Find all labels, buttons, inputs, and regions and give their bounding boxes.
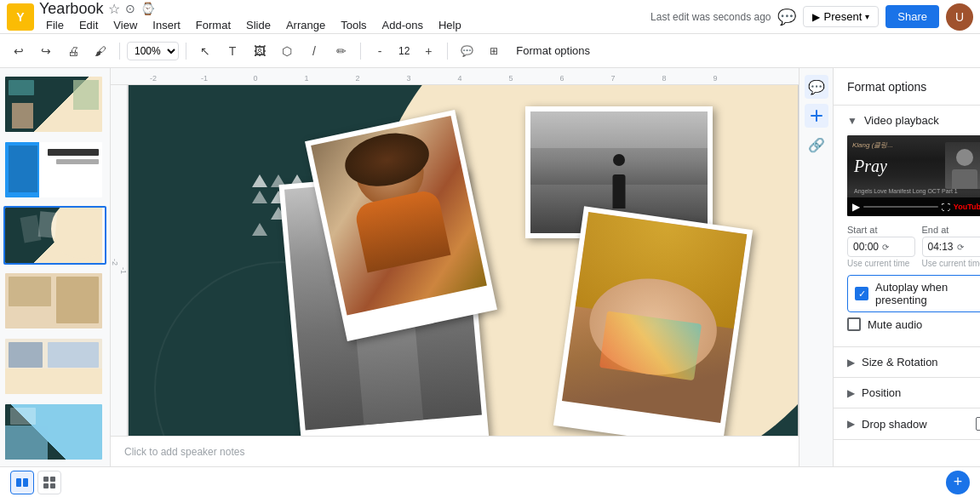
speaker-notes[interactable]: Click to add speaker notes <box>111 436 799 466</box>
ruler-mark: 0 <box>230 74 281 83</box>
redo-button[interactable]: ↪ <box>34 39 58 63</box>
autoplay-checkbox[interactable]: ✓ <box>855 287 868 300</box>
bottom-bar: + <box>0 466 980 497</box>
svg-rect-4 <box>43 477 49 482</box>
ruler-mark: -2 <box>128 74 179 83</box>
view-mode-icons <box>10 471 61 494</box>
menu-insert[interactable]: Insert <box>146 17 187 33</box>
size-rotation-header[interactable]: ▶ Size & Rotation <box>834 347 980 377</box>
explore-side-icon[interactable] <box>805 104 828 128</box>
font-size-inc[interactable]: + <box>416 39 440 63</box>
line-button[interactable]: / <box>302 39 326 63</box>
photo-card-3[interactable] <box>553 206 753 436</box>
canvas-with-vruler: -2 -1 0 1 2 3 4 <box>111 85 799 436</box>
format-panel-header: Format options ✕ <box>834 68 980 106</box>
slide-thumb-5[interactable]: 5 <box>3 337 106 396</box>
video-playback-header[interactable]: ▼ Video playback <box>834 106 980 135</box>
save-status-icon: ⊙ <box>125 2 135 15</box>
format-panel-title: Format options <box>847 80 978 94</box>
undo-button[interactable]: ↩ <box>7 39 31 63</box>
chat-icon[interactable]: 💬 <box>777 8 796 26</box>
last-edit-text: Last edit was seconds ago <box>650 11 771 23</box>
mute-checkbox[interactable] <box>847 317 861 331</box>
format-options-label: Format options <box>516 44 590 57</box>
comment-button[interactable]: 💬 <box>455 39 479 63</box>
slide-thumb-1[interactable]: 1 <box>3 75 106 134</box>
add-slide-button[interactable]: + <box>946 471 970 494</box>
present-chevron-icon: ▾ <box>865 12 869 21</box>
video-channel-name: Klang (클링... <box>852 140 893 150</box>
video-playback-chevron-icon: ▼ <box>847 115 857 127</box>
drop-shadow-checkbox[interactable] <box>976 417 980 431</box>
ruler-mark: 8 <box>639 74 690 83</box>
menu-arrange[interactable]: Arrange <box>279 17 332 33</box>
mute-audio-checkbox-row[interactable]: Mute audio <box>847 312 980 336</box>
top-bar: Y Yearbook ☆ ⊙ ⌚ File Edit View Insert F… <box>0 0 980 34</box>
video-progress-bar[interactable] <box>863 206 938 208</box>
menu-tools[interactable]: Tools <box>334 17 373 33</box>
end-time-spinner-icon[interactable]: ⟳ <box>957 243 964 252</box>
top-right: Last edit was seconds ago 💬 ▶ Present ▾ … <box>650 3 973 31</box>
start-at-label: Start at <box>847 225 915 235</box>
video-play-icon[interactable]: ▶ <box>852 201 860 213</box>
grid-view-button[interactable] <box>37 471 61 494</box>
menu-view[interactable]: View <box>106 17 144 33</box>
textbox-button[interactable]: T <box>221 39 244 63</box>
position-section: ▶ Position <box>834 378 980 408</box>
ruler-mark: -1 <box>179 74 230 83</box>
end-time-field: End at 04:13 ⟳ Use current time <box>922 225 981 268</box>
shapes-button[interactable]: ⬡ <box>275 39 299 63</box>
present-label: Present <box>823 10 862 23</box>
video-controls-bar[interactable]: ▶ ⛶ YouTube <box>847 197 980 216</box>
paint-format-button[interactable]: 🖌 <box>89 39 112 63</box>
title-area: Yearbook ☆ ⊙ ⌚ File Edit View Insert For… <box>39 1 468 33</box>
start-time-spinner-icon[interactable]: ⟳ <box>882 243 889 252</box>
drop-shadow-row[interactable]: ▶ Drop shadow <box>834 408 980 439</box>
svg-rect-7 <box>50 483 55 488</box>
menu-slide[interactable]: Slide <box>239 17 278 33</box>
print-button[interactable]: 🖨 <box>61 39 85 63</box>
position-expand-icon: ▶ <box>847 387 855 399</box>
menu-file[interactable]: File <box>39 17 71 33</box>
svg-rect-6 <box>43 483 49 488</box>
menu-edit[interactable]: Edit <box>72 17 105 33</box>
slide-thumb-6[interactable]: 6 <box>3 403 106 461</box>
end-time-input[interactable]: 04:13 ⟳ <box>922 237 981 257</box>
share-button[interactable]: Share <box>885 5 939 28</box>
font-size-dec[interactable]: - <box>368 39 392 63</box>
image-button[interactable]: 🖼 <box>248 39 272 63</box>
mute-label: Mute audio <box>868 318 922 331</box>
ruler-mark: 7 <box>587 74 639 83</box>
slide-thumb-3[interactable]: 3 <box>3 206 106 265</box>
ruler-mark: 9 <box>690 74 741 83</box>
video-fullscreen-icon[interactable]: ⛶ <box>942 203 950 212</box>
layout-button[interactable]: ⊞ <box>482 39 506 63</box>
start-time-value: 00:00 <box>853 241 879 253</box>
slide-canvas[interactable] <box>128 85 799 436</box>
cursor-button[interactable]: ↖ <box>193 39 217 63</box>
position-header[interactable]: ▶ Position <box>834 378 980 408</box>
menu-help[interactable]: Help <box>432 17 468 33</box>
video-playback-section: ▼ Video playback Klang (클링... ⓘ Pray Ang… <box>834 106 980 347</box>
zoom-select[interactable]: 100% 75% 50% 150% <box>127 42 179 60</box>
present-button[interactable]: ▶ Present ▾ <box>803 6 879 27</box>
filmstrip-view-button[interactable] <box>10 471 34 494</box>
document-title: Yearbook <box>39 1 103 16</box>
star-icon[interactable]: ☆ <box>108 1 120 17</box>
main-area: 1 2 3 4 <box>0 68 980 466</box>
user-avatar[interactable]: U <box>946 3 973 31</box>
comments-side-icon[interactable]: 💬 <box>805 75 828 99</box>
menu-addons[interactable]: Add-ons <box>375 17 430 33</box>
menu-format[interactable]: Format <box>189 17 238 33</box>
start-time-input[interactable]: 00:00 ⟳ <box>847 237 915 257</box>
links-side-icon[interactable]: 🔗 <box>805 133 828 157</box>
ruler-mark: 5 <box>485 74 536 83</box>
pen-button[interactable]: ✏ <box>330 39 353 63</box>
video-playback-content: Klang (클링... ⓘ Pray Angels Love Manifest… <box>834 135 980 346</box>
format-options-panel: Format options ✕ ▼ Video playback Klang … <box>833 68 980 466</box>
autoplay-checkbox-row[interactable]: ✓ Autoplay when presenting <box>847 275 980 312</box>
slide-thumb-4[interactable]: 4 <box>3 271 106 330</box>
video-thumbnail[interactable]: Klang (클링... ⓘ Pray Angels Love Manifest… <box>847 135 980 216</box>
youtube-label: YouTube <box>954 203 980 211</box>
slide-thumb-2[interactable]: 2 <box>3 140 106 199</box>
